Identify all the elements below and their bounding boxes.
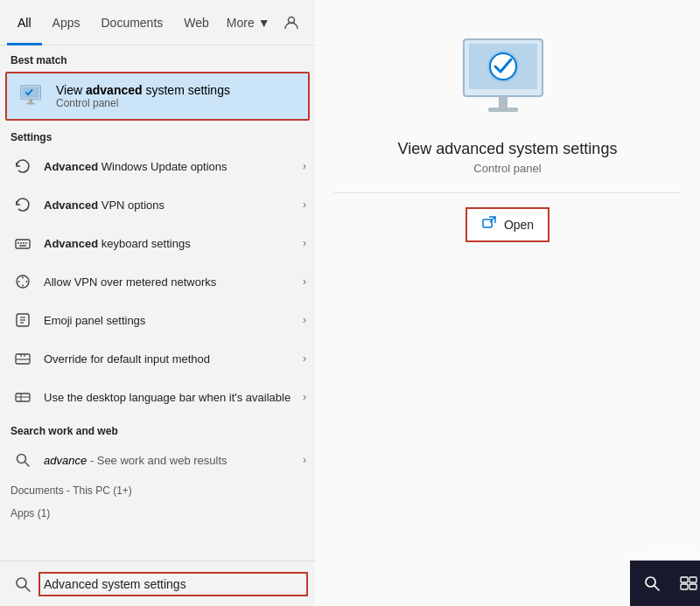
refresh-icon [10,154,35,178]
svg-line-40 [654,586,660,591]
best-match-label: Best match [0,45,315,70]
chevron-right-icon: › [303,160,306,172]
svg-point-13 [18,281,20,282]
right-panel-title: View advanced system settings [398,140,618,158]
best-match-text: View advanced system settings Control pa… [56,83,230,109]
open-button[interactable]: Open [466,207,550,242]
best-match-subtitle: Control panel [56,97,230,109]
svg-rect-36 [488,108,518,112]
language-bar-icon [10,385,35,409]
monitor-illustration [455,35,560,126]
search-box-icon [7,568,38,600]
divider [334,192,681,193]
svg-point-14 [26,281,28,282]
right-panel: View advanced system settings Control pa… [315,0,700,606]
tab-all[interactable]: All [7,0,42,45]
tab-web[interactable]: Web [173,0,220,45]
chevron-down-icon: ▼ [258,16,270,30]
settings-item-windows-update[interactable]: Advanced Windows Update options › [0,147,315,185]
svg-rect-3 [29,100,32,103]
svg-rect-35 [499,96,508,108]
settings-item-text: Allow VPN over metered networks [44,275,303,289]
settings-item-language-bar[interactable]: Use the desktop language bar when it's a… [0,378,315,416]
taskbar [630,561,700,606]
search-icon [10,448,35,472]
svg-rect-44 [690,584,696,589]
search-box-bar [0,561,315,606]
settings-item-text: Advanced Windows Update options [44,160,303,173]
svg-rect-41 [681,577,688,582]
chevron-right-icon: › [303,391,306,403]
settings-item-vpn[interactable]: Advanced VPN options › [0,185,315,224]
best-match-item[interactable]: View advanced system settings Control pa… [5,72,310,121]
svg-rect-43 [681,584,688,589]
settings-section-label: Settings [0,122,315,147]
search-web-item[interactable]: advance - See work and web results › [0,441,315,479]
search-input[interactable] [38,572,308,596]
svg-rect-4 [26,103,34,105]
emoji-icon [10,308,35,332]
settings-item-text: Advanced VPN options [44,199,303,212]
chevron-right-icon: › [303,275,306,288]
keyboard-icon [10,231,35,255]
tab-more[interactable]: More ▼ [220,16,277,30]
svg-rect-42 [690,577,696,582]
tab-documents[interactable]: Documents [90,0,173,45]
svg-rect-37 [483,219,492,227]
vpn-icon [10,192,35,217]
settings-item-text: Advanced keyboard settings [44,237,303,250]
settings-item-text: Emoji panel settings [44,314,303,327]
chevron-right-icon: › [303,199,306,211]
search-web-label: Search work and web [0,416,315,441]
documents-category[interactable]: Documents - This PC (1+) [0,479,315,502]
svg-line-28 [25,463,30,467]
taskbar-search-btn[interactable] [634,565,670,602]
best-match-title: View advanced system settings [56,83,230,97]
results-area: Best match View advanced system settings [0,45,315,561]
search-panel: All Apps Documents Web More ▼ ••• Best m… [0,0,315,606]
open-label: Open [504,218,534,232]
tabs-bar: All Apps Documents Web More ▼ ••• [0,0,315,45]
chevron-right-icon: › [303,454,306,466]
tab-apps[interactable]: Apps [42,0,91,45]
taskbar-taskview-btn[interactable] [670,565,700,602]
control-panel-icon [16,80,47,112]
settings-item-keyboard[interactable]: Advanced keyboard settings › [0,224,315,262]
svg-line-30 [25,586,31,591]
chevron-right-icon: › [303,352,306,365]
chevron-right-icon: › [303,314,306,326]
settings-item-vpn-metered[interactable]: Allow VPN over metered networks › [0,262,315,301]
svg-point-12 [22,277,24,279]
settings-item-emoji[interactable]: Emoji panel settings › [0,301,315,339]
input-method-icon [10,346,35,371]
settings-item-text: Override for default input method [44,352,303,366]
open-icon [481,215,497,234]
settings-item-text: Use the desktop language bar when it's a… [44,391,303,404]
chevron-right-icon: › [303,237,306,249]
apps-category[interactable]: Apps (1) [0,502,315,525]
account-icon[interactable] [277,9,305,37]
svg-point-15 [22,285,24,287]
watermark: wsxvdn.com [648,547,696,557]
right-panel-subtitle: Control panel [473,162,541,175]
network-icon [10,269,35,294]
svg-rect-5 [16,240,30,248]
search-web-text: advance - See work and web results [44,454,303,467]
settings-item-input-method[interactable]: Override for default input method › [0,339,315,378]
